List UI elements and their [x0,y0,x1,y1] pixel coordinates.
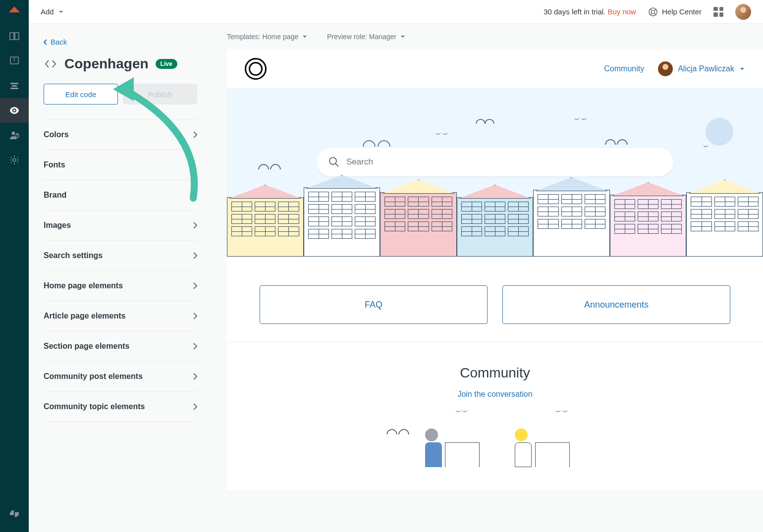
community-title: Community [245,365,745,381]
bird-icon: ︶ [703,143,709,152]
search-box[interactable] [317,148,673,176]
templates-dropdown[interactable]: Templates: Home page [227,33,307,41]
cloud-icon [385,427,415,435]
bird-icon: ︶︶ [435,130,449,139]
trial-days-text: 30 days left in trial. [544,7,605,16]
topbar: Add 30 days left in trial. Buy now Help … [29,0,763,24]
cloud-icon [475,118,494,125]
live-badge: Live [156,59,177,69]
publish-button[interactable]: Publish [123,84,197,105]
settings-label: Article page elements [44,312,125,320]
category-announcements-button[interactable]: Announcements [502,285,730,324]
nav-rail: ! [0,0,29,532]
settings-label: Colors [44,130,69,139]
category-faq-button[interactable]: FAQ [260,285,488,324]
back-link[interactable]: Back [44,38,197,46]
add-label: Add [41,7,54,16]
person-illustration [425,428,442,467]
settings-item-brand[interactable]: Brand [44,180,197,211]
join-conversation-link[interactable]: Join the conversation [457,390,532,398]
settings-label: Community post elements [44,372,143,381]
svg-point-7 [12,132,15,135]
nav-zendesk-icon[interactable] [0,501,29,526]
settings-item-colors[interactable]: Colors [44,120,197,150]
chevron-right-icon [193,192,197,199]
product-logo[interactable] [0,0,29,24]
settings-label: Fonts [44,160,65,169]
user-avatar-icon [658,61,673,76]
apps-icon[interactable] [713,7,723,17]
settings-label: Section page elements [44,342,129,351]
settings-item-search[interactable]: Search settings [44,241,197,271]
svg-point-11 [651,10,654,13]
chevron-down-icon [400,34,405,39]
settings-item-section[interactable]: Section page elements [44,331,197,362]
back-label: Back [51,38,67,46]
desk-illustration [535,442,570,467]
svg-point-9 [13,159,16,161]
nav-customize-icon[interactable] [0,98,29,123]
chevron-right-icon [193,252,197,259]
svg-rect-5 [12,85,17,87]
user-menu[interactable]: Alicja Pawliczak [658,61,745,76]
settings-item-article[interactable]: Article page elements [44,301,197,331]
cloud-icon [257,162,286,170]
lifebuoy-icon [648,7,658,17]
preview-role-dropdown[interactable]: Preview role: Manager [327,33,405,41]
nav-permissions-icon[interactable] [0,123,29,148]
search-input[interactable] [346,157,661,167]
code-icon [44,57,57,71]
settings-item-images[interactable]: Images [44,211,197,241]
settings-label: Images [44,221,71,230]
chevron-down-icon [58,9,64,15]
theme-name: Copenhagen [64,56,149,72]
settings-list: Colors Fonts Brand Images Search setting… [44,119,197,422]
add-dropdown[interactable]: Add [41,7,64,16]
nav-settings-icon[interactable] [0,148,29,172]
settings-item-fonts[interactable]: Fonts [44,150,197,180]
houses-illustration [227,187,763,257]
chevron-down-icon [302,34,307,39]
settings-label: Community topic elements [44,402,145,411]
edit-code-button[interactable]: Edit code [44,84,118,105]
trial-status: 30 days left in trial. Buy now [544,7,636,16]
nav-arrange-icon[interactable] [0,73,29,98]
user-avatar[interactable] [735,4,751,20]
settings-item-community-topic[interactable]: Community topic elements [44,392,197,422]
bird-icon: ︶︶ [574,115,588,124]
cloud-icon [603,138,633,146]
bird-icon: ︶︶ [455,408,469,417]
settings-item-home[interactable]: Home page elements [44,271,197,301]
chevron-right-icon [193,131,197,138]
community-nav-link[interactable]: Community [604,64,644,73]
svg-marker-1 [9,13,20,18]
theme-sidebar: Back Copenhagen Live Edit code Publish C… [29,24,212,532]
svg-text:!: ! [13,57,15,63]
content-header: Templates: Home page Preview role: Manag… [212,24,763,50]
nav-guide-icon[interactable] [0,24,29,49]
person-illustration [515,428,532,467]
chevron-right-icon [193,313,197,319]
nav-moderation-icon[interactable]: ! [0,49,29,73]
chevron-down-icon [739,66,745,72]
brand-logo[interactable] [245,58,267,80]
svg-rect-8 [16,135,19,137]
help-center-link[interactable]: Help Center [648,7,702,17]
bird-icon: ︶︶ [555,408,569,417]
content-area: Templates: Home page Preview role: Manag… [212,24,763,532]
chevron-right-icon [193,373,197,380]
hero-section: ︶︶ ︶︶ ︶ [227,88,763,257]
preview-header: Community Alicja Pawliczak [227,50,763,88]
settings-item-community-post[interactable]: Community post elements [44,362,197,392]
svg-rect-4 [10,83,18,84]
help-center-label: Help Center [662,7,702,16]
categories-section: FAQ Announcements [227,257,763,342]
chevron-right-icon [193,282,197,289]
templates-label: Templates: Home page [227,33,298,41]
cloud-icon [361,138,400,148]
chevron-right-icon [193,343,197,350]
search-icon [328,157,339,167]
buy-now-link[interactable]: Buy now [607,7,636,16]
svg-marker-0 [9,6,20,12]
chevron-right-icon [193,222,197,229]
